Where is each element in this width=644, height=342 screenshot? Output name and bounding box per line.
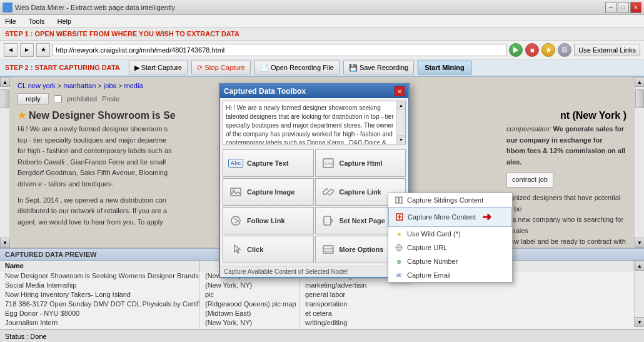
siblings-icon: [395, 196, 403, 204]
svg-rect-11: [400, 197, 402, 203]
email-icon: ✉: [395, 271, 403, 279]
capture-image-icon: [228, 184, 243, 199]
window-controls: ─ □ ✕: [605, 2, 641, 13]
dropdown-menu: Capture Siblings Content Capture More Co…: [388, 193, 513, 283]
minimize-button[interactable]: ─: [605, 2, 616, 13]
stop-capture-icon: ⟳: [197, 64, 203, 72]
svg-rect-6: [324, 216, 331, 225]
svg-line-4: [327, 191, 330, 193]
dropdown-siblings[interactable]: Capture Siblings Content: [388, 193, 512, 207]
dropdown-capture-more[interactable]: Capture More Content ➜: [388, 207, 512, 227]
number-icon: ⊕: [395, 257, 403, 266]
bookmark-button[interactable]: ★: [36, 43, 50, 57]
capture-html-button[interactable]: </> Capture Html: [315, 149, 406, 177]
forward-button[interactable]: ►: [20, 43, 34, 57]
follow-link-icon: [228, 213, 243, 228]
menu-bar: File Tools Help: [0, 15, 644, 28]
click-icon: [228, 242, 243, 257]
url-icon: [395, 243, 403, 252]
toolbox-buttons: Abc Capture Text </> Capture Html: [220, 147, 408, 266]
dropdown-url[interactable]: Capture URL: [388, 241, 512, 254]
svg-rect-10: [396, 197, 398, 203]
menu-tools[interactable]: Tools: [26, 16, 48, 26]
step1-label: STEP 1 : OPEN WEBSITE FROM WHERE YOU WIS…: [5, 30, 239, 38]
favorites-button[interactable]: ★: [541, 43, 555, 57]
start-capture-button[interactable]: ▶ Start Capture: [129, 61, 188, 74]
menu-help[interactable]: Help: [54, 16, 74, 26]
capture-link-icon: [321, 184, 336, 199]
maximize-button[interactable]: □: [618, 2, 629, 13]
toolbox-title: Captured Data Toolbox: [224, 87, 306, 96]
follow-link-button[interactable]: Follow Link: [223, 207, 314, 234]
chain-button[interactable]: ⛓: [558, 43, 571, 57]
menu-file[interactable]: File: [3, 16, 19, 26]
toolbox-preview-text: Hi ! We are a newly formed designer show…: [223, 101, 396, 144]
svg-rect-2: [231, 188, 241, 196]
text-scroll-up[interactable]: ▲: [397, 101, 405, 110]
svg-rect-7: [323, 246, 333, 253]
step1-bar: STEP 1 : OPEN WEBSITE FROM WHERE YOU WIS…: [0, 28, 644, 41]
close-button[interactable]: ✕: [630, 2, 641, 13]
toolbox-overlay: Captured Data Toolbox ✕ Hi ! We are a ne…: [0, 77, 644, 329]
back-button[interactable]: ◄: [4, 43, 18, 57]
save-recording-icon: 💾: [349, 64, 358, 72]
dropdown-number[interactable]: ⊕ Capture Number: [388, 254, 512, 268]
text-scroll-down[interactable]: ▼: [397, 135, 405, 144]
app-title: Web Data Miner - Extract web page data i…: [15, 4, 175, 11]
toolbox-title-bar: Captured Data Toolbox ✕: [220, 84, 408, 98]
click-button[interactable]: Click: [223, 236, 314, 263]
dropdown-wildcard[interactable]: ★ Use Wild Card (*): [388, 227, 512, 241]
set-next-page-icon: [321, 213, 336, 228]
go-button[interactable]: [509, 43, 523, 57]
toolbox-status: Capture Available Content of Selected No…: [220, 266, 408, 277]
stop-button[interactable]: ■: [525, 43, 539, 57]
capture-more-icon: [395, 213, 404, 221]
dropdown-email[interactable]: ✉ Capture Email: [388, 268, 512, 282]
stop-capture-button[interactable]: ⟳ Stop Capture: [191, 61, 251, 74]
save-recording-button[interactable]: 💾 Save Recording: [343, 61, 414, 74]
capture-text-button[interactable]: Abc Capture Text: [223, 149, 314, 177]
nav-bar: ◄ ► ★ ■ ★ ⛓ Use External Links: [0, 41, 644, 59]
svg-text:</>: </>: [325, 161, 333, 166]
external-links-button[interactable]: Use External Links: [574, 44, 640, 56]
capture-text-icon: Abc: [228, 156, 243, 171]
more-options-icon: [321, 242, 336, 257]
toolbox-modal: Captured Data Toolbox ✕ Hi ! We are a ne…: [219, 83, 410, 278]
capture-html-icon: </>: [321, 156, 336, 171]
open-recording-button[interactable]: 📄 Open Recording File: [254, 61, 340, 74]
url-input[interactable]: [53, 44, 506, 56]
app-icon: [3, 3, 13, 13]
toolbox-text-scrollbar: ▲ ▼: [396, 101, 405, 144]
step2-bar: STEP 2 : START CAPTURING DATA ▶ Start Ca…: [0, 59, 644, 77]
toolbox-close-button[interactable]: ✕: [395, 86, 405, 96]
red-arrow-icon: ➜: [482, 210, 491, 224]
start-mining-button[interactable]: Start Mining: [418, 61, 471, 74]
start-capture-icon: ▶: [134, 64, 139, 72]
step2-label: STEP 2 : START CAPTURING DATA: [5, 64, 120, 71]
open-recording-icon: 📄: [260, 64, 269, 72]
capture-image-button[interactable]: Capture Image: [223, 178, 314, 206]
title-bar: Web Data Miner - Extract web page data i…: [0, 0, 644, 15]
star-icon: ★: [395, 229, 403, 238]
